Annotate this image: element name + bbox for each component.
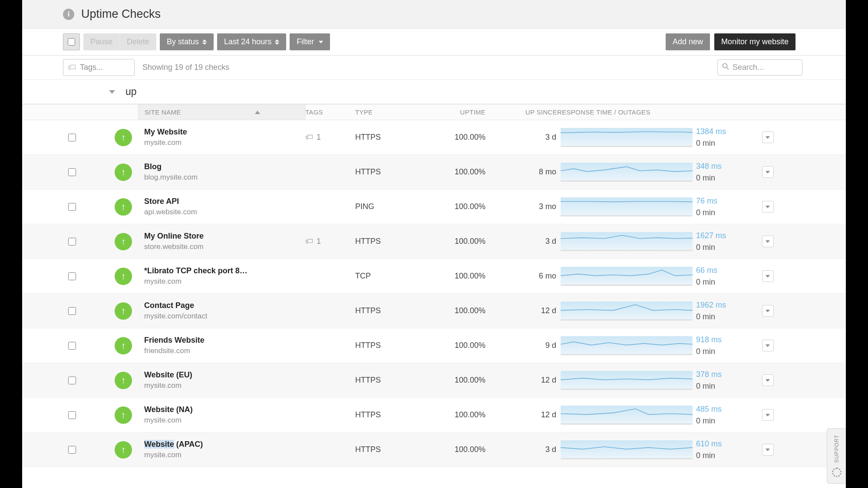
check-type: HTTPS — [355, 445, 429, 454]
site-url: store.website.com — [144, 242, 305, 252]
up-since-value: 3 d — [485, 237, 557, 246]
row-checkbox[interactable] — [22, 168, 76, 176]
table-row[interactable]: ↑ My Online Store store.website.com 🏷1 H… — [22, 224, 846, 259]
toolbar: Pause Delete By status Last 24 hours Fil… — [22, 29, 846, 56]
site-name[interactable]: Website (EU) — [144, 369, 292, 380]
time-range-dropdown[interactable]: Last 24 hours — [217, 33, 286, 50]
response-sparkline — [561, 128, 693, 147]
status-up-icon: ↑ — [115, 302, 132, 320]
row-checkbox[interactable] — [22, 238, 76, 246]
table-row[interactable]: ↑ Website (EU) mysite.com HTTPS 100.00% … — [22, 363, 846, 398]
site-name[interactable]: Store API — [144, 196, 292, 207]
table-row[interactable]: ↑ My Website mysite.com 🏷1 HTTPS 100.00%… — [22, 120, 846, 155]
checks-table: SITE NAME TAGS TYPE UPTIME UP SINCE RESP… — [22, 104, 846, 488]
chevron-down-icon — [766, 449, 770, 451]
status-up-icon: ↑ — [115, 406, 132, 424]
row-actions-menu[interactable] — [762, 409, 774, 421]
row-actions-menu[interactable] — [762, 270, 774, 282]
delete-button[interactable]: Delete — [119, 33, 156, 50]
svg-line-1 — [727, 68, 729, 70]
row-actions-menu[interactable] — [762, 236, 774, 247]
status-up-icon: ↑ — [115, 129, 132, 146]
uptime-value: 100.00% — [429, 410, 485, 419]
site-name[interactable]: My Website — [144, 126, 292, 138]
col-site-name[interactable]: SITE NAME — [138, 105, 305, 120]
sort-by-status-dropdown[interactable]: By status — [160, 33, 214, 50]
row-checkbox[interactable] — [22, 134, 76, 141]
row-checkbox[interactable] — [22, 377, 76, 384]
table-header: SITE NAME TAGS TYPE UPTIME UP SINCE RESP… — [22, 104, 846, 120]
check-type: HTTPS — [355, 306, 429, 315]
select-all-checkbox[interactable] — [63, 33, 80, 50]
row-checkbox[interactable] — [22, 446, 76, 454]
table-row[interactable]: ↑ Store API api.website.com PING 100.00%… — [22, 190, 846, 224]
support-tab[interactable]: SUPPORT — [827, 428, 846, 484]
site-name[interactable]: Contact Page — [144, 300, 292, 311]
chevron-down-icon — [766, 240, 770, 243]
table-row[interactable]: ↑ Website (NA) mysite.com HTTPS 100.00% … — [22, 398, 846, 432]
site-name[interactable]: My Online Store — [144, 230, 292, 242]
status-up-icon: ↑ — [115, 164, 132, 181]
filter-dropdown[interactable]: Filter — [290, 33, 330, 50]
row-actions-menu[interactable] — [762, 201, 774, 213]
col-tags[interactable]: TAGS — [305, 108, 355, 116]
check-type: TCP — [355, 272, 429, 281]
up-since-value: 9 d — [485, 341, 557, 350]
response-time-value: 1384 ms — [696, 126, 752, 137]
col-uptime[interactable]: UPTIME — [429, 108, 485, 116]
row-actions-menu[interactable] — [762, 374, 774, 386]
info-icon[interactable]: i — [63, 9, 74, 20]
site-name[interactable]: Blog — [144, 161, 292, 172]
table-row[interactable]: ↑ Contact Page mysite.com/contact HTTPS … — [22, 294, 846, 328]
response-time-value: 1962 ms — [696, 299, 752, 311]
outage-value: 0 min — [696, 380, 752, 392]
tags-input[interactable]: 🏷 Tags... — [63, 59, 135, 76]
col-type[interactable]: TYPE — [355, 108, 429, 116]
row-checkbox[interactable] — [22, 411, 76, 419]
table-row[interactable]: ↑ Website (APAC) mysite.com HTTPS 100.00… — [22, 432, 846, 467]
check-type: HTTPS — [355, 341, 429, 350]
chevron-down-icon — [766, 344, 770, 347]
row-actions-menu[interactable] — [762, 131, 774, 143]
row-actions-menu[interactable] — [762, 166, 774, 178]
pause-button[interactable]: Pause — [83, 33, 119, 50]
row-checkbox[interactable] — [22, 272, 76, 280]
response-sparkline — [561, 440, 693, 459]
up-since-value: 3 mo — [485, 202, 557, 211]
table-row[interactable]: ↑ *Librato TCP check port 8… mysite.com … — [22, 259, 846, 294]
row-checkbox[interactable] — [22, 307, 76, 315]
tag-icon: 🏷 — [68, 62, 76, 72]
outage-value: 0 min — [696, 138, 752, 149]
site-name[interactable]: Friends Website — [144, 334, 292, 346]
row-actions-menu[interactable] — [762, 305, 774, 317]
uptime-value: 100.00% — [429, 376, 485, 385]
row-actions-menu[interactable] — [762, 444, 774, 455]
chevron-down-icon — [766, 414, 770, 416]
monitor-website-button[interactable]: Monitor my website — [714, 33, 795, 50]
row-checkbox[interactable] — [22, 342, 76, 350]
uptime-value: 100.00% — [429, 237, 485, 246]
response-time-value: 918 ms — [696, 334, 752, 345]
table-row[interactable]: ↑ Blog blog.mysite.com HTTPS 100.00% 8 m… — [22, 155, 846, 190]
add-new-button[interactable]: Add new — [666, 33, 710, 50]
col-response-time[interactable]: RESPONSE TIME / OUTAGES — [557, 108, 696, 116]
outage-value: 0 min — [696, 415, 752, 426]
site-name[interactable]: Website (NA) — [144, 404, 292, 415]
site-name[interactable]: Website (APAC) — [144, 439, 292, 450]
search-input[interactable]: Search... — [717, 59, 802, 75]
status-up-icon: ↑ — [115, 198, 132, 216]
site-url: mysite.com/contact — [144, 311, 305, 322]
tag-count: 1 — [317, 133, 321, 142]
uptime-value: 100.00% — [429, 341, 485, 350]
row-actions-menu[interactable] — [762, 340, 774, 351]
outage-value: 0 min — [696, 346, 752, 357]
group-toggle-up[interactable]: up — [22, 80, 846, 104]
response-sparkline — [561, 197, 693, 216]
response-sparkline — [561, 336, 693, 355]
site-name[interactable]: *Librato TCP check port 8… — [144, 265, 292, 276]
response-sparkline — [561, 406, 693, 425]
col-up-since[interactable]: UP SINCE — [485, 108, 557, 116]
check-type: HTTPS — [355, 237, 429, 246]
table-row[interactable]: ↑ Friends Website friendsite.com HTTPS 1… — [22, 328, 846, 363]
row-checkbox[interactable] — [22, 203, 76, 211]
